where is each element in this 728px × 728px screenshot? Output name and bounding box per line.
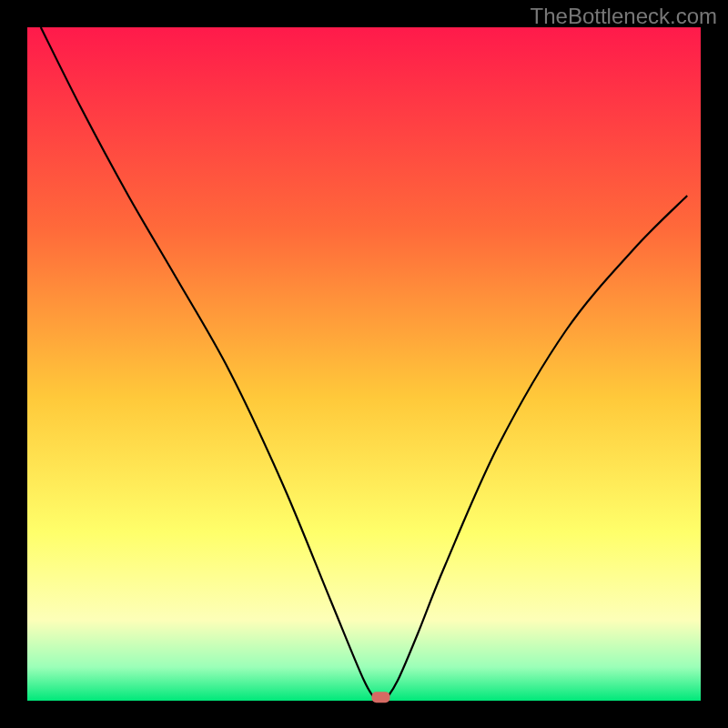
chart-container: TheBottleneck.com — [0, 0, 728, 728]
optimal-point-marker — [372, 692, 390, 703]
watermark-text: TheBottleneck.com — [531, 4, 717, 29]
chart-svg — [0, 0, 728, 728]
plot-area — [27, 27, 701, 701]
